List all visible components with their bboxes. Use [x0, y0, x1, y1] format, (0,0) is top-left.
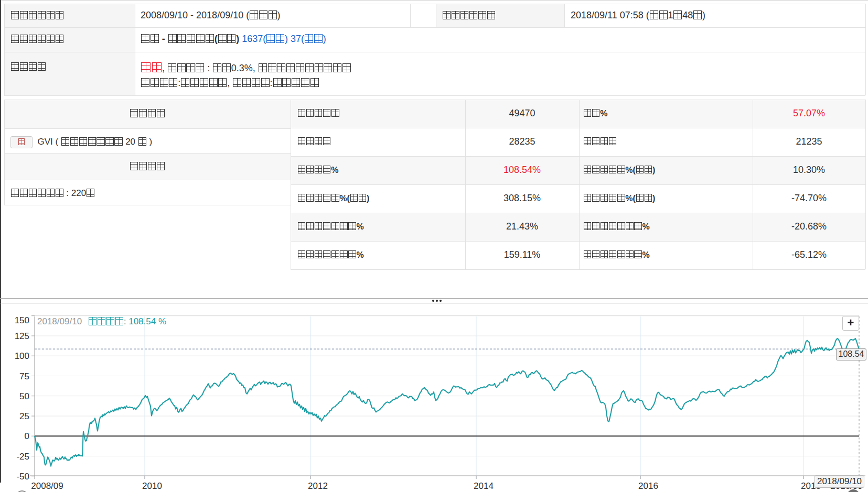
svg-text:2014: 2014: [474, 481, 494, 491]
svg-text:2010: 2010: [142, 481, 162, 491]
svg-text:25: 25: [19, 411, 29, 421]
svg-text:-50: -50: [16, 472, 29, 482]
svg-text:50: 50: [19, 391, 29, 401]
svg-text:0: 0: [25, 431, 29, 441]
svg-text:2008/09: 2008/09: [31, 481, 63, 491]
svg-text:100: 100: [15, 351, 29, 361]
svg-text:125: 125: [15, 331, 29, 341]
svg-text:150: 150: [15, 315, 29, 325]
svg-text:2012: 2012: [308, 481, 328, 491]
svg-text:-25: -25: [16, 452, 29, 462]
svg-text:2016: 2016: [638, 481, 658, 491]
svg-text:75: 75: [19, 371, 29, 381]
